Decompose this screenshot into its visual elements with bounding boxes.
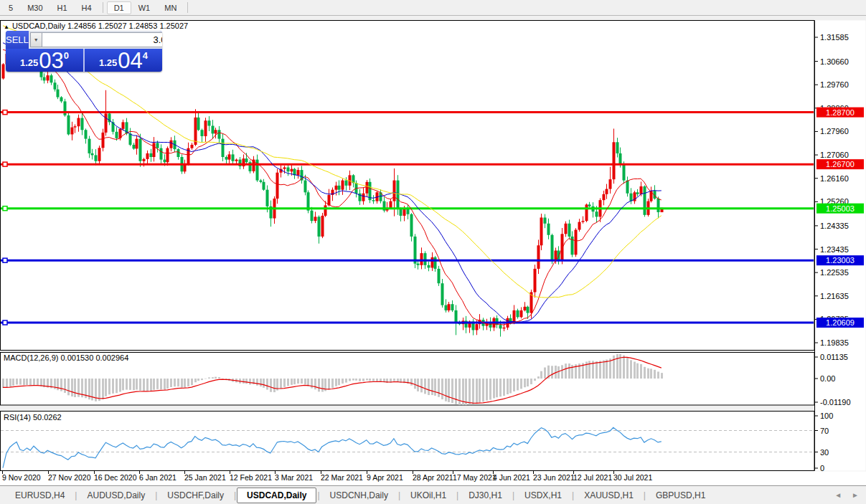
sell-price-display[interactable]: 1.25030 [6, 49, 83, 72]
sell-price-big: 03 [39, 51, 63, 71]
price-marker-label: 1.23003 [826, 256, 855, 265]
tab-separator: | [317, 490, 319, 500]
date-label: 27 Nov 2020 [48, 473, 91, 482]
timeframe-button-W1[interactable]: W1 [131, 1, 158, 14]
date-label: 9 Apr 2021 [367, 473, 403, 482]
chart-tab-USDCAD-Daily[interactable]: USDCAD,Daily [237, 488, 316, 503]
chart-tab-USDCNH-Daily[interactable]: USDCNH,Daily [321, 488, 397, 503]
rsi-axis-label: 100 [820, 412, 833, 420]
date-label: 12 Feb 2021 [230, 473, 272, 482]
price-tick-label: 1.27960 [820, 127, 849, 135]
chart-header: ▲USDCAD,Daily 1.24856 1.25027 1.24853 1.… [4, 22, 188, 30]
date-label: 30 Jul 2021 [613, 473, 652, 482]
tab-scroll-left-icon[interactable]: ◄ [834, 491, 842, 499]
price-tick-label: 1.30660 [820, 57, 849, 66]
date-label: 25 Jan 2021 [184, 473, 226, 482]
timeframe-button-H4[interactable]: H4 [75, 1, 99, 14]
macd-axis-label: 0.00 [820, 374, 835, 383]
rsi-axis-label: 30 [820, 448, 829, 457]
chart-canvas[interactable]: 1.315851.306601.297601.288601.279601.270… [0, 0, 866, 504]
price-marker-label: 1.26700 [826, 160, 855, 168]
rsi-indicator-label: RSI(14) 50.0262 [4, 413, 62, 422]
buy-price-prefix: 1.25 [99, 57, 117, 68]
sell-price-prefix: 1.25 [20, 57, 38, 68]
chart-tab-USDX-H1[interactable]: USDX,H1 [515, 488, 571, 503]
buy-price-sup: 4 [143, 50, 148, 61]
macd-indicator-label: MACD(12,26,9) 0.001530 0.002964 [4, 353, 128, 362]
timeframe-button-H1[interactable]: H1 [50, 1, 75, 14]
date-label: 23 Jun 2021 [533, 473, 575, 482]
date-label: 9 Nov 2020 [2, 473, 41, 482]
mt4-chart-window: 1.315851.306601.297601.288601.279601.270… [0, 0, 866, 504]
price-tick-label: 1.24335 [820, 222, 849, 230]
date-label: 22 Mar 2021 [321, 473, 363, 482]
chart-tab-bar: EURUSD,H4|AUDUSD,Daily|USDCHF,Daily|USDC… [0, 485, 866, 504]
hline-anchor-1.20609[interactable] [3, 320, 7, 325]
chart-collapse-icon[interactable]: ▲ [4, 24, 9, 30]
price-tick-label: 1.19835 [820, 338, 849, 347]
date-label: 16 Dec 2020 [94, 473, 137, 482]
tab-separator: | [75, 490, 77, 500]
one-click-trading-panel: SELL ▼ ▲ BUY 1.25030 1.25044 [6, 31, 162, 72]
chart-tab-XAUUSD-H1[interactable]: XAUUSD,H1 [575, 488, 643, 503]
price-marker-label: 1.20609 [826, 318, 855, 327]
tab-separator: | [398, 490, 400, 500]
date-label: 17 May 2021 [453, 473, 496, 482]
chart-tab-AUDUSD-Daily[interactable]: AUDUSD,Daily [77, 488, 154, 503]
price-tick-label: 1.31585 [820, 33, 849, 42]
chart-title-ohlc: USDCAD,Daily 1.24856 1.25027 1.24853 1.2… [12, 22, 188, 30]
tab-separator: | [572, 490, 574, 500]
chart-tab-EURUSD-H4[interactable]: EURUSD,H4 [6, 488, 74, 503]
price-tick-label: 1.27060 [820, 151, 849, 159]
chart-tab-GBPUSD-H1[interactable]: GBPUSD,H1 [646, 488, 715, 503]
buy-price-display[interactable]: 1.25044 [85, 49, 162, 72]
macd-axis-label: 0.01135 [820, 353, 848, 361]
timeframe-button-D1[interactable]: D1 [107, 1, 131, 14]
volume-decrease-button[interactable]: ▼ [30, 32, 42, 47]
tab-separator: | [644, 490, 646, 500]
date-label: 6 Jan 2021 [139, 473, 177, 482]
price-tick-label: 1.23435 [820, 245, 849, 254]
sell-button[interactable]: SELL [6, 31, 29, 49]
tab-separator: | [512, 490, 514, 500]
date-axis: 9 Nov 202027 Nov 202016 Dec 20206 Jan 20… [2, 471, 652, 482]
tab-separator: | [234, 490, 236, 500]
price-tick-label: 1.26160 [820, 174, 849, 183]
timeframe-toolbar: 5M30H1H4D1W1MN [0, 0, 866, 16]
hline-anchor-1.23003[interactable] [3, 258, 7, 262]
tab-scroll-right-icon[interactable]: ► [852, 491, 859, 499]
timeframe-button-M30[interactable]: M30 [20, 1, 50, 14]
tab-separator: | [456, 490, 458, 500]
date-label: 12 Jul 2021 [573, 473, 612, 482]
price-tick-label: 1.22535 [820, 268, 849, 277]
buy-price-big: 04 [118, 51, 142, 71]
date-label: 3 Mar 2021 [275, 473, 313, 482]
tab-separator: | [155, 490, 157, 500]
toolbar-separator [103, 2, 103, 13]
hline-anchor-1.26700[interactable] [3, 162, 7, 166]
chart-tab-USDCHF-Daily[interactable]: USDCHF,Daily [158, 488, 233, 503]
volume-spinner: ▼ ▲ [29, 31, 162, 49]
chart-tab-DJ30-H1[interactable]: DJ30,H1 [459, 488, 512, 503]
hline-anchor-1.28700[interactable] [3, 110, 7, 115]
price-marker-label: 1.25003 [826, 204, 855, 213]
date-label: 4 Jun 2021 [493, 473, 530, 482]
date-label: 28 Apr 2021 [413, 473, 453, 482]
tab-scroll-nav: ◄► [834, 491, 859, 499]
price-marker-label: 1.28700 [826, 108, 855, 117]
price-tick-label: 1.21635 [820, 292, 849, 300]
chart-tab-UKOil-H1[interactable]: UKOil,H1 [401, 488, 456, 503]
timeframe-button-MN[interactable]: MN [157, 1, 184, 14]
toolbar-separator [187, 2, 188, 13]
sell-price-sup: 0 [64, 50, 69, 61]
volume-input[interactable] [42, 32, 162, 47]
rsi-axis-label: 0 [820, 464, 824, 472]
macd-axis-label: -0.01190 [820, 398, 851, 406]
rsi-panel[interactable] [1, 412, 815, 471]
timeframe-button-5[interactable]: 5 [1, 1, 20, 14]
price-tick-label: 1.29760 [820, 80, 849, 89]
rsi-axis-label: 70 [820, 427, 829, 435]
hline-anchor-1.25003[interactable] [3, 206, 7, 211]
